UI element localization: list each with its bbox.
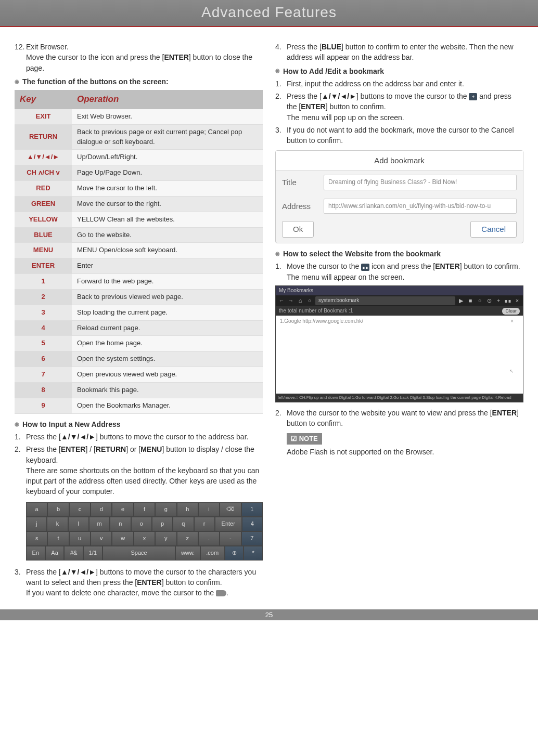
- table-row: 4Reload current page.: [15, 320, 263, 336]
- keyboard-key[interactable]: 7: [241, 531, 263, 546]
- keyboard-key[interactable]: Enter: [215, 517, 242, 531]
- keyboard-key[interactable]: h: [177, 502, 198, 517]
- keyboard-key[interactable]: r: [194, 517, 215, 531]
- keyboard-key[interactable]: i: [198, 502, 220, 517]
- step-12-title: Exit Browser.: [26, 43, 69, 51]
- bookmark-url-bar[interactable]: system:bookmark: [315, 296, 455, 305]
- bookmark-count-label: the total number of Bookmark :1: [279, 307, 353, 315]
- operation-cell: Move the cursor to the left.: [72, 181, 263, 197]
- bookmark-title-input[interactable]: Dreaming of flying Business Class? - Bid…: [324, 175, 517, 190]
- page-header: Advanced Features: [0, 0, 538, 27]
- table-row: 7Open previous viewed web page.: [15, 367, 263, 383]
- ok-button[interactable]: Ok: [282, 221, 314, 238]
- keyboard-key[interactable]: k: [47, 517, 68, 531]
- key-cell: 5: [15, 336, 72, 351]
- step-12-body: Move the cursor to the icon and press th…: [26, 53, 252, 72]
- keyboard-key[interactable]: 1: [241, 502, 263, 517]
- keyboard-key[interactable]: u: [69, 531, 91, 546]
- keyboard-key[interactable]: ⌫: [220, 502, 241, 517]
- bookmark-entry-1[interactable]: 1.Google http://www.google.com.hk/: [280, 318, 363, 324]
- key-cell: BLUE: [15, 227, 72, 243]
- key-cell: YELLOW: [15, 212, 72, 227]
- plus-icon[interactable]: +: [495, 297, 502, 305]
- keyboard-key[interactable]: y: [155, 531, 176, 546]
- keyboard-key[interactable]: p: [152, 517, 173, 531]
- stop-icon[interactable]: ■: [467, 297, 474, 305]
- keyboard-key[interactable]: s: [26, 531, 47, 546]
- table-col-operation: Operation: [72, 90, 263, 109]
- bookmark-address-input[interactable]: http://www.srilankan.com/en_uk/flying-wi…: [324, 199, 517, 214]
- note-badge: NOTE: [287, 433, 322, 445]
- add-bookmark-dialog-title: Add bookmark: [276, 151, 523, 171]
- keyboard-key[interactable]: b: [47, 502, 69, 517]
- keyboard-key[interactable]: Aa: [45, 546, 65, 561]
- keyboard-key[interactable]: .: [198, 531, 220, 546]
- note-text: Adobe Flash is not supported on the Brow…: [287, 447, 523, 457]
- table-row: YELLOWYELLOW Clean all the websites.: [15, 212, 263, 227]
- keyboard-key[interactable]: o: [131, 517, 152, 531]
- operation-cell: Enter: [72, 258, 263, 274]
- operation-cell: Move the cursor to the right.: [72, 196, 263, 212]
- forward-icon[interactable]: →: [287, 297, 294, 305]
- bookmark-step-1: 1. First, input the address on the addre…: [275, 79, 523, 89]
- table-row: 9Open the Bookmarks Manager.: [15, 398, 263, 413]
- bookmark-manager-window: My Bookmarks ← → ⌂ ○ system:bookmark ▶ ■…: [275, 285, 523, 402]
- keyboard-key[interactable]: f: [134, 502, 155, 517]
- zoom-icon[interactable]: ⊙: [485, 297, 493, 305]
- table-row: ENTEREnter: [15, 258, 263, 274]
- keyboard-key[interactable]: j: [26, 517, 47, 531]
- grid-icon[interactable]: ∎∎: [504, 297, 511, 305]
- keyboard-key[interactable]: x: [134, 531, 155, 546]
- step-12: 12. Exit Browser. Move the cursor to the…: [15, 42, 263, 73]
- keyboard-key[interactable]: m: [89, 517, 110, 531]
- home-icon[interactable]: ⌂: [297, 297, 304, 305]
- keyboard-key[interactable]: w: [112, 531, 133, 546]
- operation-cell: Page Up/Page Down.: [72, 165, 263, 181]
- add-bookmark-dialog: Add bookmark Title Dreaming of flying Bu…: [275, 150, 523, 243]
- keyboard-key[interactable]: 4: [242, 517, 263, 531]
- keyboard-key[interactable]: #&: [64, 546, 83, 561]
- keyboard-key[interactable]: a: [26, 502, 47, 517]
- keyboard-key[interactable]: n: [110, 517, 131, 531]
- keyboard-key[interactable]: z: [177, 531, 198, 546]
- table-row: 8Bookmark this page.: [15, 383, 263, 398]
- operation-cell: Go to the website.: [72, 227, 263, 243]
- settings-icon[interactable]: ○: [476, 297, 483, 305]
- keyboard-key[interactable]: v: [91, 531, 112, 546]
- reload-icon[interactable]: ○: [306, 297, 313, 305]
- close-icon[interactable]: ×: [514, 297, 521, 305]
- table-row: REDMove the cursor to the left.: [15, 181, 263, 197]
- key-cell: 3: [15, 305, 72, 320]
- back-icon[interactable]: ←: [278, 297, 285, 305]
- go-icon[interactable]: ▶: [457, 297, 465, 305]
- delete-entry-icon[interactable]: ×: [510, 318, 514, 325]
- operation-cell: Open the system settings.: [72, 351, 263, 367]
- keyboard-key[interactable]: t: [47, 531, 69, 546]
- keyboard-key[interactable]: d: [91, 502, 112, 517]
- keyboard-key[interactable]: e: [112, 502, 133, 517]
- keyboard-key[interactable]: l: [68, 517, 89, 531]
- keyboard-key[interactable]: www.: [175, 546, 200, 561]
- key-cell: MENU: [15, 243, 72, 258]
- keyboard-key[interactable]: .com: [200, 546, 225, 561]
- operation-cell: Open the home page.: [72, 336, 263, 351]
- clear-button[interactable]: Clear: [502, 308, 520, 315]
- key-cell: GREEN: [15, 196, 72, 212]
- keyboard-key[interactable]: q: [173, 517, 194, 531]
- bookmark-step-3: 3. If you do not want to add the bookmar…: [275, 125, 523, 146]
- keyboard-key[interactable]: En: [26, 546, 45, 561]
- keyboard-key[interactable]: 1/1: [83, 546, 103, 561]
- keyboard-key[interactable]: Space: [103, 546, 176, 561]
- page-content: 12. Exit Browser. Move the cursor to the…: [0, 27, 538, 605]
- subhead-button-functions: The function of the buttons on the scree…: [15, 76, 263, 87]
- keyboard-key[interactable]: ⊕: [225, 546, 244, 561]
- keyboard-key[interactable]: g: [155, 502, 176, 517]
- keyboard-key[interactable]: c: [69, 502, 91, 517]
- operation-cell: Open the Bookmarks Manager.: [72, 398, 263, 413]
- cancel-button[interactable]: Cancel: [470, 221, 517, 238]
- keyboard-key[interactable]: -: [220, 531, 241, 546]
- table-row: 5Open the home page.: [15, 336, 263, 351]
- keyboard-key[interactable]: *: [244, 546, 263, 561]
- input-step-1: 1. Press the [▲/▼/◄/►] buttons to move t…: [15, 432, 263, 442]
- table-row: 3Stop loading the current page.: [15, 305, 263, 320]
